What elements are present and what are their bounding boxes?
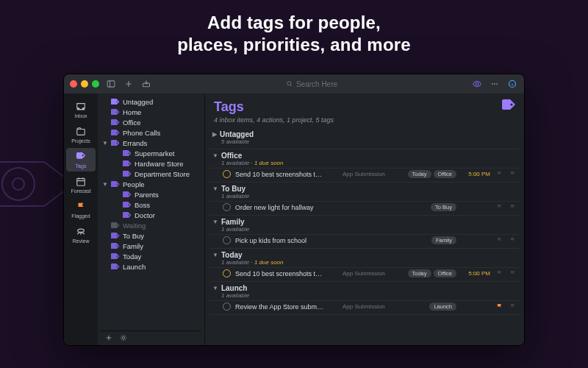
disclosure-icon[interactable]: ▼ xyxy=(102,181,108,188)
tag-label: Family xyxy=(123,242,143,250)
tag-parents[interactable]: Parents xyxy=(101,189,201,199)
tag-label: People xyxy=(123,180,145,188)
tag-to-buy[interactable]: To Buy xyxy=(101,230,201,241)
tag-chip[interactable]: Office xyxy=(434,170,456,178)
tag-label: Boss xyxy=(135,201,150,209)
main-content: Tags 4 inbox items, 4 actions, 1 project… xyxy=(205,93,524,345)
tag-chip[interactable]: To Buy xyxy=(431,203,456,211)
tag-chip[interactable]: Office xyxy=(434,269,456,277)
task-row[interactable]: Order new light for hallwayTo Buy xyxy=(209,201,520,213)
tag-icon xyxy=(123,170,132,177)
flag-icon[interactable] xyxy=(495,303,503,310)
close-button[interactable] xyxy=(70,80,77,88)
svg-point-11 xyxy=(494,83,495,85)
zoom-button[interactable] xyxy=(92,80,99,88)
search-field[interactable]: Search Here xyxy=(158,80,465,88)
nav-label: Flagged xyxy=(71,213,90,219)
task-title: Send 10 best screenshots t… xyxy=(235,171,338,178)
group-office[interactable]: ▼Office xyxy=(209,149,520,160)
tag-doctor[interactable]: Doctor xyxy=(101,210,201,220)
flag-icon[interactable] xyxy=(495,237,503,244)
tag-icon xyxy=(123,201,132,208)
nav-review[interactable]: Review xyxy=(66,223,96,247)
task-checkbox[interactable] xyxy=(223,302,231,311)
disclosure-icon[interactable]: ▼ xyxy=(102,140,108,146)
tag-errands[interactable]: ▼Errands xyxy=(101,138,201,148)
window-controls xyxy=(70,80,99,88)
tag-label: Launch xyxy=(123,263,146,271)
add-button[interactable] xyxy=(123,78,135,90)
tag-chip[interactable]: Launch xyxy=(429,302,456,311)
tag-home[interactable]: Home xyxy=(101,107,201,117)
task-checkbox[interactable] xyxy=(223,236,231,244)
tag-boss[interactable]: Boss xyxy=(101,199,201,210)
tag-phone-calls[interactable]: Phone Calls xyxy=(101,127,201,138)
tag-chip[interactable]: Today xyxy=(408,269,431,277)
tag-supermarket[interactable]: Supermarket xyxy=(101,148,201,158)
quick-entry-button[interactable] xyxy=(140,78,152,90)
tree-settings-button[interactable] xyxy=(120,334,127,343)
flag-outline-icon xyxy=(508,171,517,177)
review-icon xyxy=(75,226,87,238)
tag-chip[interactable]: Today xyxy=(408,170,431,178)
task-row[interactable]: Pick up kids from schoolFamily xyxy=(209,234,520,246)
tag-label: Hardware Store xyxy=(135,160,184,168)
svg-point-0 xyxy=(2,168,35,200)
task-row[interactable]: Send 10 best screenshots t…App Submissio… xyxy=(209,168,520,180)
tag-office[interactable]: Office xyxy=(101,117,201,127)
disclosure-icon: ▶ xyxy=(212,131,217,138)
group-to-buy[interactable]: ▼To Buy xyxy=(209,183,520,193)
tag-label: Errands xyxy=(123,139,147,147)
group-launch[interactable]: ▼Launch xyxy=(209,282,520,292)
tag-label: Untagged xyxy=(123,98,153,106)
nav-forecast[interactable]: Forecast xyxy=(66,173,96,197)
view-button[interactable] xyxy=(471,78,483,90)
tag-icon xyxy=(111,252,120,260)
more-button[interactable] xyxy=(489,78,501,90)
tag-waiting[interactable]: Waiting xyxy=(101,220,201,230)
svg-point-36 xyxy=(117,224,118,226)
tag-launch[interactable]: Launch xyxy=(101,261,201,272)
tag-today[interactable]: Today xyxy=(101,251,201,261)
svg-point-38 xyxy=(117,245,118,247)
task-time: 5:00 PM xyxy=(461,270,490,277)
group-today[interactable]: ▼Today xyxy=(209,249,520,259)
task-checkbox[interactable] xyxy=(223,203,231,211)
task-title: Order new light for hallway xyxy=(235,204,338,211)
flag-outline-icon xyxy=(508,270,517,277)
group-untagged[interactable]: ▶Untagged xyxy=(209,128,520,138)
tag-icon xyxy=(111,222,120,229)
tag-icon xyxy=(123,160,132,167)
tag-icon xyxy=(111,242,120,250)
tag-label: Phone Calls xyxy=(123,129,160,137)
tag-hardware-store[interactable]: Hardware Store xyxy=(101,158,201,169)
svg-point-9 xyxy=(476,82,478,85)
minimize-button[interactable] xyxy=(81,80,88,88)
tag-untagged[interactable]: Untagged xyxy=(101,96,201,107)
svg-rect-2 xyxy=(107,81,115,87)
inspector-button[interactable] xyxy=(506,78,518,90)
task-title: Review the App Store subm… xyxy=(235,303,338,311)
task-checkbox[interactable] xyxy=(223,170,231,178)
tag-people[interactable]: ▼People xyxy=(101,179,201,189)
nav-flagged[interactable]: Flagged xyxy=(66,198,96,222)
tag-label: Home xyxy=(123,108,141,116)
tag-family[interactable]: Family xyxy=(101,241,201,251)
svg-rect-18 xyxy=(77,179,85,186)
nav-tags[interactable]: Tags xyxy=(66,148,96,171)
tag-department-store[interactable]: Department Store xyxy=(101,169,201,179)
group-family[interactable]: ▼Family xyxy=(209,216,520,226)
nav-inbox[interactable]: Inbox xyxy=(66,98,96,121)
tag-chip[interactable]: Family xyxy=(431,236,456,244)
nav-projects[interactable]: Projects xyxy=(66,123,96,146)
flag-icon[interactable] xyxy=(495,204,503,210)
sidebar-toggle-button[interactable] xyxy=(105,78,117,90)
add-tag-button[interactable] xyxy=(105,334,112,343)
task-row[interactable]: Review the App Store subm…App Submission… xyxy=(209,300,520,312)
flag-icon[interactable] xyxy=(495,171,503,177)
task-row[interactable]: Send 10 best screenshots t…App Submissio… xyxy=(209,267,520,279)
tag-icon xyxy=(111,139,120,146)
flag-icon[interactable] xyxy=(495,270,503,277)
task-checkbox[interactable] xyxy=(223,269,231,277)
nav-label: Inbox xyxy=(74,113,87,118)
